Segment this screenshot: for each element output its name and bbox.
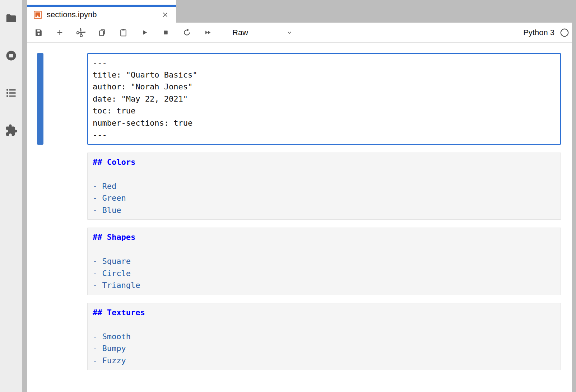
paste-icon (119, 28, 128, 37)
close-icon (161, 11, 169, 19)
code-line: title: "Quarto Basics" (93, 69, 556, 81)
folder-icon (5, 12, 18, 26)
interrupt-kernel-button[interactable] (159, 27, 172, 39)
markdown-header: ## Colors (93, 156, 556, 168)
sidebar-item-table-of-contents[interactable] (5, 87, 18, 99)
markdown-list-item: - Square (93, 255, 556, 267)
restart-run-all-button[interactable] (202, 27, 214, 39)
cell-prompt (43, 228, 87, 295)
right-panel-strip[interactable] (572, 0, 576, 392)
code-line: author: "Norah Jones" (93, 81, 556, 93)
sidebar-item-file-browser[interactable] (5, 12, 18, 25)
code-line: --- (93, 57, 556, 69)
sidebar-item-extension-manager[interactable] (5, 124, 18, 137)
tab-bar-empty-area (176, 0, 572, 23)
copy-cells-button[interactable] (96, 27, 108, 39)
code-line: number-sections: true (93, 117, 556, 129)
markdown-list-item: - Triangle (93, 279, 556, 291)
tab-bar: sections.ipynb (27, 0, 572, 23)
markdown-list-item: - Blue (93, 204, 556, 216)
stop-circle-icon (5, 49, 18, 64)
cell-raw-frontmatter[interactable]: --- title: "Quarto Basics" author: "Nora… (37, 53, 572, 145)
cell-collapser[interactable] (37, 153, 43, 220)
kernel-name[interactable]: Python 3 (523, 28, 554, 37)
tab-title: sections.ipynb (47, 10, 97, 19)
tab-close-button[interactable] (161, 10, 169, 19)
sidebar-item-running-sessions[interactable] (5, 49, 18, 62)
cell-markdown-textures[interactable]: ## Textures - Smooth - Bumpy - Fuzzy (37, 303, 572, 370)
kernel-status-icon[interactable] (560, 28, 569, 37)
markdown-list-item: - Bumpy (93, 342, 556, 355)
insert-cell-button[interactable] (54, 27, 66, 39)
markdown-list-item: - Smooth (93, 331, 556, 343)
notebook-content: --- title: "Quarto Basics" author: "Nora… (27, 43, 572, 392)
list-icon (5, 87, 18, 101)
activity-bar (0, 0, 22, 392)
cell-collapser[interactable] (37, 228, 43, 295)
cell-prompt (43, 53, 87, 145)
cell-editor[interactable]: ## Colors - Red - Green - Blue (87, 153, 561, 220)
markdown-header: ## Textures (93, 307, 556, 319)
restart-kernel-button[interactable] (181, 27, 193, 39)
markdown-list-item: - Circle (93, 267, 556, 280)
cell-editor[interactable]: ## Textures - Smooth - Bumpy - Fuzzy (87, 303, 561, 370)
markdown-blank-line (93, 318, 556, 331)
sidebar-splitter[interactable] (22, 0, 27, 392)
markdown-blank-line (93, 168, 556, 180)
markdown-list-item: - Fuzzy (93, 355, 556, 367)
cell-prompt (43, 303, 87, 370)
paste-cells-button[interactable] (117, 27, 129, 39)
stop-icon (161, 28, 170, 37)
code-line: --- (93, 129, 556, 141)
code-line: toc: true (93, 105, 556, 117)
chevron-down-icon (285, 29, 293, 37)
notebook-icon (33, 10, 42, 19)
kernel-indicator: Python 3 (523, 28, 569, 37)
cell-editor[interactable]: ## Shapes - Square - Circle - Triangle (87, 228, 561, 295)
save-icon (34, 28, 43, 37)
notebook-toolbar: Raw Python 3 (27, 23, 572, 43)
markdown-list-item: - Green (93, 192, 556, 204)
scissors-icon (76, 28, 85, 37)
fast-forward-icon (204, 28, 213, 37)
save-button[interactable] (32, 27, 45, 39)
cell-editor[interactable]: --- title: "Quarto Basics" author: "Nora… (87, 53, 561, 145)
cell-collapser[interactable] (37, 53, 43, 145)
run-cell-button[interactable] (138, 27, 150, 39)
cell-type-dropdown[interactable]: Raw (232, 25, 293, 40)
cut-cells-button[interactable] (75, 27, 87, 39)
code-line: date: "May 22, 2021" (93, 93, 556, 105)
plus-icon (55, 28, 64, 37)
puzzle-icon (5, 124, 18, 138)
tab-sections-ipynb[interactable]: sections.ipynb (27, 5, 176, 23)
markdown-list-item: - Red (93, 180, 556, 192)
cell-collapser[interactable] (37, 303, 43, 370)
cell-markdown-colors[interactable]: ## Colors - Red - Green - Blue (37, 153, 572, 220)
cell-markdown-shapes[interactable]: ## Shapes - Square - Circle - Triangle (37, 228, 572, 295)
cell-prompt (43, 153, 87, 220)
cell-type-value: Raw (232, 28, 248, 37)
play-icon (140, 28, 149, 37)
restart-icon (182, 28, 191, 37)
markdown-blank-line (93, 243, 556, 256)
copy-icon (98, 28, 107, 37)
main-panel: sections.ipynb (27, 0, 572, 392)
markdown-header: ## Shapes (93, 231, 556, 243)
